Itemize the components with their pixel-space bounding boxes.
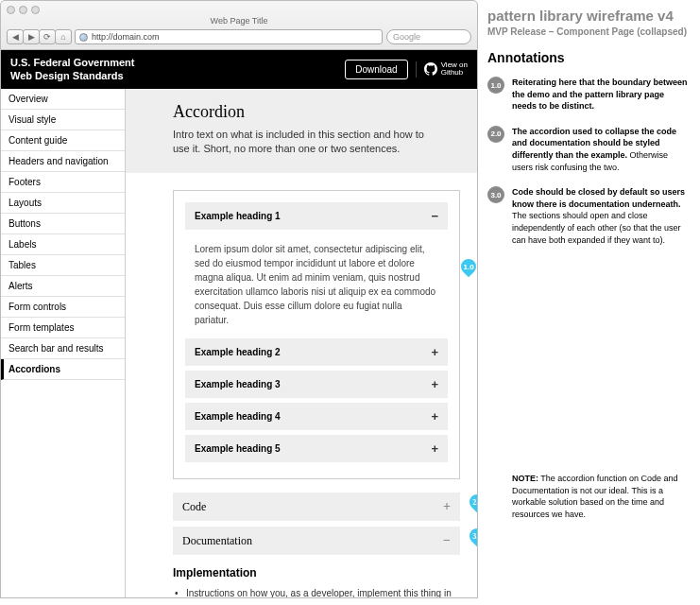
- accordion-row-1[interactable]: Example heading 1 −: [185, 202, 448, 230]
- annotation-row: 1.0 Reiterating here that the boundary b…: [487, 77, 691, 112]
- sidebar-item-labels[interactable]: Labels: [1, 234, 125, 255]
- header-title-1: U.S. Federal Government: [10, 56, 134, 69]
- collapse-icon: −: [431, 209, 438, 223]
- expand-icon: +: [431, 441, 438, 456]
- sidebar-item-visual-style[interactable]: Visual style: [1, 110, 125, 130]
- browser-search[interactable]: Google: [386, 29, 471, 44]
- code-section-bar[interactable]: Code + 2.0: [173, 493, 460, 521]
- site-header: U.S. Federal Government Web Design Stand…: [1, 50, 477, 89]
- documentation-body: Implementation Instructions on how you, …: [173, 566, 460, 597]
- page-title: Accordion: [173, 102, 430, 122]
- sidebar-item-tables[interactable]: Tables: [1, 255, 125, 276]
- sidebar-item-footers[interactable]: Footers: [1, 172, 125, 193]
- accordion-row-5[interactable]: Example heading 5 +: [185, 435, 448, 462]
- annotation-row: 3.0 Code should be closed by default so …: [487, 186, 691, 246]
- annotation-row: 2.0 The accordion used to collapse the c…: [487, 126, 691, 173]
- accordion-row-3[interactable]: Example heading 3 +: [185, 371, 448, 398]
- documentation-label: Documentation: [182, 534, 252, 548]
- expand-icon: +: [443, 499, 451, 514]
- accordion-heading: Example heading 1: [195, 211, 281, 221]
- expand-icon: +: [431, 345, 438, 359]
- intro-block: Accordion Intro text on what is included…: [126, 89, 477, 174]
- browser-tab[interactable]: Web Page Title: [7, 16, 471, 26]
- github-label-2: Github: [441, 69, 468, 78]
- accordion-body-1: Lorem ipsum dolor sit amet, consectetur …: [185, 234, 448, 338]
- sidebar-nav: Overview Visual style Content guide Head…: [1, 89, 126, 597]
- reload-button[interactable]: ⟳: [39, 29, 56, 44]
- callout-3: 3.0: [467, 526, 477, 547]
- accordion-heading: Example heading 2: [195, 347, 281, 357]
- sidebar-item-form-controls[interactable]: Form controls: [1, 297, 125, 318]
- sidebar-item-headers[interactable]: Headers and navigation: [1, 151, 125, 172]
- expand-icon: +: [431, 377, 438, 391]
- annotation-number: 1.0: [487, 77, 504, 94]
- callout-2: 2.0: [467, 492, 477, 513]
- download-button[interactable]: Download: [345, 60, 407, 79]
- home-button[interactable]: ⌂: [55, 29, 72, 44]
- accordion-heading: Example heading 4: [195, 411, 281, 422]
- github-icon: [424, 62, 437, 76]
- documentation-section-bar[interactable]: Documentation − 3.0: [173, 527, 460, 555]
- annotation-number: 3.0: [487, 186, 504, 203]
- header-title-2: Web Design Standards: [10, 69, 134, 82]
- accordion-heading: Example heading 3: [195, 379, 281, 389]
- implementation-heading: Implementation: [173, 566, 460, 579]
- forward-button[interactable]: ▶: [23, 29, 40, 44]
- sidebar-item-search[interactable]: Search bar and results: [1, 338, 125, 359]
- collapse-icon: −: [443, 533, 451, 548]
- sidebar-item-content-guide[interactable]: Content guide: [1, 130, 125, 151]
- sidebar-item-layouts[interactable]: Layouts: [1, 193, 125, 214]
- page-intro: Intro text on what is included in this s…: [173, 128, 430, 157]
- list-item: Instructions on how you, as a developer,…: [186, 587, 460, 597]
- annotations-heading: Annotations: [487, 50, 691, 65]
- page-scroll[interactable]: U.S. Federal Government Web Design Stand…: [1, 50, 477, 597]
- browser-chrome: Web Page Title ◀ ▶ ⟳ ⌂ http://domain.com…: [0, 0, 478, 50]
- accordion-row-2[interactable]: Example heading 2 +: [185, 338, 448, 366]
- annotations-subtitle: MVP Release – Component Page (collapsed): [487, 26, 691, 37]
- code-label: Code: [182, 500, 206, 514]
- annotations-panel: pattern library wireframe v4 MVP Release…: [478, 0, 700, 598]
- sidebar-item-buttons[interactable]: Buttons: [1, 214, 125, 234]
- window-controls[interactable]: [7, 6, 40, 14]
- annotation-number: 2.0: [487, 126, 504, 143]
- sidebar-item-alerts[interactable]: Alerts: [1, 276, 125, 297]
- callout-1: 1.0: [458, 256, 477, 278]
- accordion-row-4[interactable]: Example heading 4 +: [185, 403, 448, 430]
- sidebar-item-form-templates[interactable]: Form templates: [1, 318, 125, 338]
- url-text: http://domain.com: [92, 32, 160, 42]
- demo-frame: Example heading 1 − Lorem ipsum dolor si…: [173, 190, 460, 479]
- accordion-heading: Example heading 5: [195, 443, 281, 454]
- globe-icon: [79, 33, 88, 42]
- sidebar-item-accordions[interactable]: Accordions: [1, 359, 125, 380]
- back-button[interactable]: ◀: [7, 29, 24, 44]
- expand-icon: +: [431, 409, 438, 424]
- address-bar[interactable]: http://domain.com: [75, 29, 383, 44]
- sidebar-item-overview[interactable]: Overview: [1, 89, 125, 110]
- annotations-title: pattern library wireframe v4: [487, 8, 691, 24]
- github-link[interactable]: View on Github: [416, 61, 468, 78]
- annotations-note: NOTE: The accordion function on Code and…: [487, 473, 691, 520]
